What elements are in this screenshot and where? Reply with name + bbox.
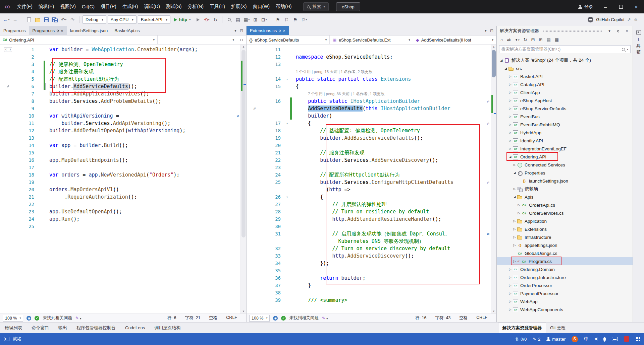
code-line[interactable]: 25 builder.Services.ConfigureHttpClientD… <box>247 179 496 186</box>
sync-commits-indicator[interactable]: ⇅ 0/0 <box>515 337 527 342</box>
expand-arrow-icon[interactable]: ▷ <box>508 115 513 118</box>
save-all-button[interactable] <box>51 16 59 24</box>
drag-handle[interactable] <box>543 30 602 32</box>
menu-item[interactable]: 视图(V) <box>57 0 79 13</box>
document-tab[interactable]: BasketApi.cs <box>111 26 143 35</box>
tree-item-eshop.servicedefaults[interactable]: ▷eShop.ServiceDefaults <box>497 105 633 113</box>
tree-item-eventbus[interactable]: ▷EventBus <box>497 113 633 121</box>
expand-arrow-icon[interactable]: ▷ <box>508 107 513 110</box>
sign-in-button[interactable]: 登录 <box>574 0 598 13</box>
vertical-scrollbar-right[interactable]: ▲ ▼ <box>491 45 496 314</box>
fold-arrow-icon[interactable]: ▾ <box>284 120 290 127</box>
tool-window-tab[interactable]: 解决方案资源管理器 <box>498 323 546 333</box>
start-without-debugging-button[interactable] <box>194 16 202 24</box>
ide-settings-button[interactable]: ⊞ <box>252 16 259 24</box>
bookmarks-window-button[interactable]: ⚐▾ <box>300 16 308 24</box>
code-line[interactable]: 35 <box>247 267 496 274</box>
problems-label[interactable]: 未找到相关问题 <box>289 315 319 321</box>
tree-item-ordersapi.cs[interactable]: ▷OrdersApi.cs <box>497 201 633 209</box>
close-panel-button[interactable]: × <box>624 29 630 33</box>
inline-hint-icon[interactable]: ⇄ <box>487 120 489 127</box>
code-line[interactable]: 8builder.Services.AddProblemDetails(); <box>0 97 246 105</box>
expand-arrow-icon[interactable]: ▷ <box>512 227 517 231</box>
extension-badge[interactable]: S <box>572 336 578 342</box>
code-line[interactable]: 20orders.MapOrdersApiV1() <box>0 186 246 193</box>
maximize-button[interactable] <box>613 0 629 13</box>
fold-arrow-icon[interactable]: ▾ <box>284 75 290 83</box>
code-line[interactable]: 19 <box>0 179 246 186</box>
float-tab-button[interactable]: ⊡ <box>490 28 493 33</box>
search-box[interactable]: 搜索 ▾ <box>303 2 329 11</box>
line-indicator[interactable]: 行: 16 <box>415 315 426 321</box>
code-line[interactable]: 14▾public static partial class Extension… <box>247 75 496 83</box>
code-line[interactable]: 33 http.AddServiceDiscovery(); <box>247 252 496 260</box>
expand-arrow-icon[interactable]: ▷ <box>508 139 513 142</box>
code-line[interactable]: 16 public static IHostApplicationBuilder… <box>247 97 496 105</box>
code-line[interactable]: 28 // Turn on resilience by default <box>247 208 496 215</box>
expand-arrow-icon[interactable]: ▷ <box>508 292 513 295</box>
codelens-row[interactable]: 7 个引用 | peng, 36 天前 | 1 名作者, 1 项更改 <box>247 90 496 97</box>
expand-arrow-icon[interactable]: ▷ <box>517 203 521 207</box>
menu-item[interactable]: 分析(N) <box>184 0 206 13</box>
menu-item[interactable]: 编辑(E) <box>36 0 57 13</box>
column-indicator[interactable]: 字符: 43 <box>435 315 450 321</box>
keyboard-icon[interactable] <box>612 337 618 341</box>
document-tab[interactable]: Program.cs <box>0 26 29 35</box>
code-line[interactable]: 24app.Run(); <box>0 215 246 223</box>
code-line[interactable]: 26▾ { <box>247 193 496 201</box>
previous-bookmark-button[interactable]: ⚐ <box>283 16 290 24</box>
branch-indicator[interactable]: master <box>546 337 566 342</box>
fold-arrow-icon[interactable]: ▾ <box>284 193 290 201</box>
scroll-up-icon[interactable]: ▲ <box>491 45 496 48</box>
code-line[interactable]: 4// 服务注册和发现 <box>0 68 246 75</box>
tree-item-connected-services[interactable]: ▷Connected Services <box>497 161 633 169</box>
code-line[interactable]: 9 <box>0 105 246 112</box>
menu-item[interactable]: 生成(B) <box>119 0 141 13</box>
tree-item-identity.api[interactable]: ▷Identity.API <box>497 137 633 145</box>
tree-item--[interactable]: ▷依赖项 <box>497 185 633 193</box>
expand-arrow-icon[interactable]: ▷ <box>508 147 513 150</box>
code-line[interactable]: 17▾ {⇄ <box>247 120 496 127</box>
document-tab[interactable]: Extensions.cs× <box>247 26 289 35</box>
code-line[interactable]: 31 // 启用服务发现功能（例如集成 Dapr、Consul、⇄ <box>247 230 496 237</box>
code-line[interactable]: 13 <box>0 134 246 142</box>
code-line[interactable]: 18 // 基础配置: 健康检测、OpenTelemetry <box>247 127 496 134</box>
tree-item-extensions[interactable]: ▷Extensions <box>497 225 633 233</box>
show-all-files-button[interactable]: ▤ <box>546 37 550 42</box>
switch-views-button[interactable]: ⇄ <box>507 37 511 42</box>
expand-arrow-icon[interactable]: ▷ <box>512 244 517 247</box>
code-line[interactable]: 11 builder.Services.AddApiVersioning(); <box>0 120 246 127</box>
menu-item[interactable]: 扩展(X) <box>228 0 250 13</box>
code-line[interactable]: 27 // 开启默认的弹性处理 <box>247 201 496 208</box>
code-line[interactable]: 5// 配置Httpclient默认行为 <box>0 75 246 83</box>
live-share-icon[interactable]: ◉ <box>26 316 31 321</box>
float-tab-button[interactable]: ⊡ <box>240 28 243 33</box>
code-line[interactable]: 25 <box>0 223 246 230</box>
attach-process-button[interactable]: ▤ <box>234 16 241 24</box>
code-line[interactable]: 38 <box>247 289 496 296</box>
watch-button[interactable]: ⊟▾ <box>260 16 268 24</box>
expand-arrow-icon[interactable]: ▷ <box>508 308 513 311</box>
tree-item--eshop-24-24-[interactable]: ◢解决方案 'eShop' (24 个项目，共 24 个) <box>497 56 633 64</box>
eol-indicator[interactable]: CRLF <box>476 315 487 321</box>
pin-button[interactable] <box>615 29 621 33</box>
tab-overflow-button[interactable]: ▼ <box>234 29 237 32</box>
window-position-button[interactable]: ▾ <box>606 29 612 33</box>
tree-item-catalog.api[interactable]: ▷Catalog.API <box>497 80 633 88</box>
menu-item[interactable]: 调试(D) <box>141 0 163 13</box>
redo-button[interactable]: ↷ <box>69 16 76 24</box>
preview-selected-button[interactable]: ▦ <box>555 37 559 42</box>
next-bookmark-button[interactable]: ⚑ <box>291 16 299 24</box>
code-line[interactable]: 15{ <box>247 83 496 90</box>
code-line[interactable]: 36 return builder; <box>247 274 496 282</box>
codelens-options-icon[interactable]: ✎ ▾ <box>75 316 81 321</box>
notification-badge[interactable] <box>624 336 629 342</box>
scroll-down-icon[interactable]: ▼ <box>491 310 496 313</box>
spaces-indicator[interactable]: 空格 <box>459 315 468 321</box>
scroll-down-icon[interactable]: ▼ <box>241 310 246 313</box>
expand-arrow-icon[interactable]: ▷ <box>512 219 517 223</box>
inline-hint-icon[interactable]: ⇄ <box>487 179 489 186</box>
tree-item-orderservices.cs[interactable]: ▷OrderServices.cs <box>497 209 633 217</box>
code-line[interactable]: 20 <box>247 142 496 149</box>
collapse-arrow-icon[interactable]: ◢ <box>499 59 504 62</box>
